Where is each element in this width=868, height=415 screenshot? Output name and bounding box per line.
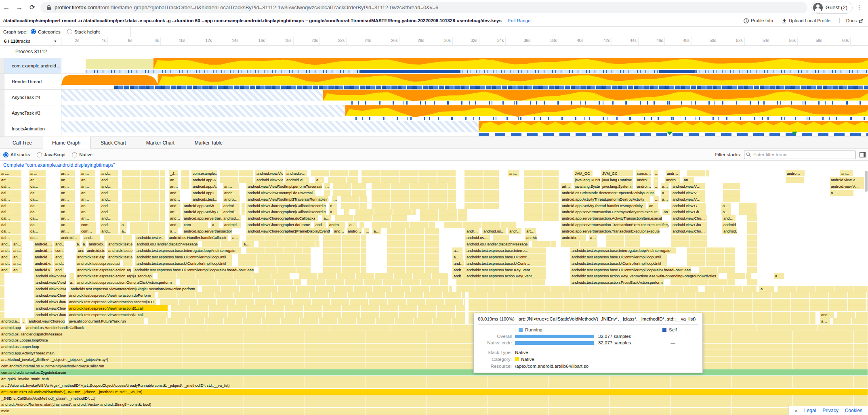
track-label[interactable]: com.example.android… xyxy=(4,58,61,73)
flame-block[interactable]: androidx.test.espresso.ViewInteraction$1… xyxy=(68,305,168,311)
forward-button[interactable]: → xyxy=(13,4,26,12)
flame-block[interactable]: android.app.ActivityThread.performDestro… xyxy=(561,196,650,202)
flame-block[interactable]: androidx.test.espr… xyxy=(76,254,105,260)
flame-block[interactable]: a… xyxy=(231,235,240,241)
flame-block[interactable] xyxy=(323,241,366,247)
flame-block[interactable]: JVM_GC xyxy=(574,170,593,176)
flame-block[interactable]: a… xyxy=(322,215,331,221)
flame-block[interactable] xyxy=(0,299,4,305)
flame-block[interactable]: android.app.I… xyxy=(191,190,217,196)
flame-block[interactable]: android.view.Choreo… xyxy=(34,299,66,305)
flame-block[interactable] xyxy=(705,286,757,292)
flame-block[interactable]: android.view.Choreographer.doCallbacks xyxy=(246,215,318,221)
flame-block[interactable] xyxy=(837,312,868,318)
flame-block[interactable]: an… xyxy=(60,228,75,234)
flame-block[interactable] xyxy=(333,183,366,189)
footer-link-cookies[interactable]: Cookies xyxy=(845,408,862,413)
flame-block[interactable] xyxy=(122,183,165,189)
flame-block[interactable]: a… xyxy=(661,183,669,189)
flame-block[interactable] xyxy=(355,209,416,215)
flame-block[interactable]: a… xyxy=(242,241,254,247)
flame-block[interactable]: android.view.ViewRo… xyxy=(34,273,66,279)
flame-block[interactable]: and… xyxy=(100,190,118,196)
track-label[interactable]: RenderThread xyxy=(4,74,61,89)
flame-block[interactable]: an… xyxy=(60,203,75,209)
flame-block[interactable]: androidx.tes… xyxy=(86,247,105,254)
flame-block[interactable]: andro… xyxy=(328,222,345,228)
flame-block[interactable]: art_quick_invoke_static_stub xyxy=(0,376,868,382)
flame-block[interactable]: androidx.test.espresso.action.PressBackA… xyxy=(570,279,664,285)
flame-block[interactable]: an… xyxy=(80,215,95,221)
flame-block[interactable] xyxy=(238,254,311,260)
flame-block[interactable] xyxy=(122,215,165,221)
flame-block[interactable]: da… xyxy=(29,222,46,228)
marker-triangle-icon[interactable] xyxy=(667,132,673,135)
flame-block[interactable]: dal… xyxy=(0,222,21,228)
flame-block[interactable]: androidx.test.espresso.base.UiController… xyxy=(570,260,667,266)
flame-block[interactable]: android.app.ActivityThread.main xyxy=(0,350,868,356)
flame-block[interactable]: … xyxy=(344,209,349,215)
flame-block[interactable] xyxy=(464,203,499,209)
stack-filter-all-stacks[interactable]: All stacks xyxy=(3,152,30,157)
flame-block[interactable]: da… xyxy=(29,183,46,189)
flame-block[interactable]: _J… xyxy=(169,170,178,176)
flame-block[interactable]: android.view.Choreographer.doFrame xyxy=(246,222,311,228)
flame-block[interactable]: and… xyxy=(77,247,84,254)
tracks-dropdown[interactable]: 6 / 110 tracks ▼ xyxy=(0,37,61,45)
close-icon[interactable]: × xyxy=(794,408,798,414)
flame-block[interactable] xyxy=(148,318,465,324)
flame-block[interactable]: java.util.concurrent.FutureTask.run xyxy=(68,318,144,324)
flame-block[interactable]: and… xyxy=(100,170,118,176)
flame-block[interactable]: a… xyxy=(315,177,324,183)
flame-block[interactable]: android.view.V… xyxy=(830,177,864,183)
flame-block[interactable]: andro… xyxy=(347,228,362,234)
flame-block[interactable] xyxy=(464,177,499,183)
flame-block[interactable]: android.v… xyxy=(285,170,307,176)
flame-block[interactable]: android.os.Handler.dispatchMessage xyxy=(465,241,529,247)
flame-block[interactable]: android.view.Choreographer$CallbackRecor… xyxy=(246,203,326,209)
flame-block[interactable] xyxy=(372,222,435,228)
footer-link-legal[interactable]: Legal xyxy=(804,408,816,413)
flame-block[interactable]: java.lang.Runtime.gc xyxy=(601,177,633,183)
flame-block[interactable]: and… xyxy=(100,222,118,228)
flame-block[interactable] xyxy=(341,203,367,209)
flame-block[interactable]: … xyxy=(654,183,658,189)
flame-block[interactable]: androidx.test.espresso.action.Tap$1.send… xyxy=(76,273,153,279)
flame-block[interactable] xyxy=(456,279,545,285)
flame-block[interactable] xyxy=(747,267,757,273)
flame-block[interactable]: androidx.test.espresso.base.UiController… xyxy=(135,260,232,266)
flame-block[interactable] xyxy=(387,247,439,254)
graph-type-categories[interactable]: Categories xyxy=(31,29,61,34)
flame-block[interactable]: a… xyxy=(820,318,830,324)
flame-block[interactable]: andr… xyxy=(666,170,680,176)
flame-block[interactable] xyxy=(323,235,366,241)
process-row[interactable]: Process 31112 xyxy=(0,46,868,58)
flame-block[interactable]: androidx.test.espresso.action.GeneralCli… xyxy=(76,279,176,285)
flame-block[interactable] xyxy=(130,222,165,228)
flame-block[interactable] xyxy=(747,222,757,228)
flame-block[interactable]: android.os.Looper.loopOnce xyxy=(0,337,868,343)
flame-block[interactable]: … xyxy=(242,209,245,215)
flame-block[interactable] xyxy=(181,183,189,189)
track-drag-handle[interactable] xyxy=(0,105,4,121)
flame-block[interactable] xyxy=(0,292,4,298)
flame-block[interactable] xyxy=(122,209,165,215)
flame-block[interactable]: androi… xyxy=(636,177,651,183)
flame-block[interactable] xyxy=(464,196,499,202)
flame-block[interactable]: android.view.Vie… xyxy=(255,170,283,176)
flame-block[interactable] xyxy=(671,241,707,247)
flame-block[interactable]: da… xyxy=(29,203,46,209)
flame-block[interactable]: and… xyxy=(169,215,181,221)
flame-block[interactable]: a… xyxy=(69,279,75,285)
flame-block[interactable] xyxy=(387,228,439,234)
track-drag-handle[interactable] xyxy=(0,121,4,136)
flame-block[interactable]: android.view.Cho… xyxy=(671,222,707,228)
flame-block[interactable] xyxy=(687,254,735,260)
flame-block[interactable]: and… xyxy=(169,203,181,209)
flame-block[interactable]: android.v… xyxy=(34,267,53,273)
flame-block[interactable]: and… xyxy=(100,209,118,215)
flame-block[interactable]: androidx.test.espresso.ViewInteraction.a… xyxy=(68,299,156,305)
footer-link-privacy[interactable]: Privacy xyxy=(822,408,838,413)
flame-block[interactable] xyxy=(122,203,165,209)
flame-block[interactable]: dal… xyxy=(0,196,21,202)
